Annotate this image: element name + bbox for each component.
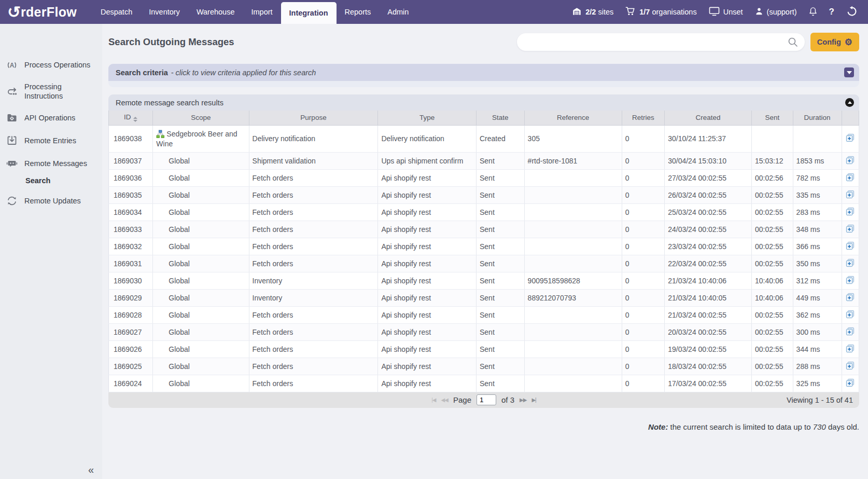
sidebar-item-remote-messages[interactable]: Remote Messages [0, 152, 102, 175]
cell-reference [524, 169, 622, 186]
cell-sent: 00:02:55 [752, 203, 793, 221]
column-header-state[interactable]: State [477, 111, 525, 125]
expand-row-button[interactable] [842, 255, 859, 272]
expand-row-button[interactable] [842, 186, 859, 203]
screen-label: Unset [723, 8, 743, 16]
cell-type: Api shopify rest [378, 203, 477, 221]
cell-retries: 0 [622, 152, 664, 169]
pagination-bar: |◀ ◀◀ Page of 3 ▶▶ ▶| Viewing 1 - 15 of … [108, 392, 859, 408]
cell-retries: 0 [622, 255, 664, 272]
column-header-retries[interactable]: Retries [622, 111, 664, 125]
sidebar-item-processing-instructions[interactable]: Processing Instructions [0, 77, 102, 106]
organisations-status[interactable]: 1/7 organisations [625, 6, 696, 18]
cell-duration: 1853 ms [793, 152, 842, 169]
nav-warehouse[interactable]: Warehouse [188, 0, 243, 24]
expand-row-button[interactable] [842, 203, 859, 221]
next-page-button[interactable]: ▶▶ [520, 397, 526, 403]
nav-despatch[interactable]: Despatch [92, 0, 141, 24]
sidebar-item-remote-entries[interactable]: Remote Entries [0, 129, 102, 152]
cell-reference [524, 358, 622, 375]
nav-import[interactable]: Import [243, 0, 281, 24]
column-header-duration[interactable]: Duration [793, 111, 842, 125]
cell-duration: 344 ms [793, 340, 842, 358]
help-button[interactable]: ? [829, 7, 834, 17]
nav-integration[interactable]: Integration [281, 2, 337, 24]
sites-status[interactable]: 2/2 sites [572, 7, 613, 18]
results-collapse-button[interactable] [845, 98, 854, 107]
cell-id: 1869028 [109, 306, 153, 323]
table-row: 1869031 Global Fetch orders Api shopify … [109, 255, 859, 272]
cell-created: 19/03/24 00:02:55 [665, 340, 752, 358]
expand-row-button[interactable] [842, 323, 859, 340]
column-header-id[interactable]: ID [109, 111, 153, 125]
expand-row-button[interactable] [842, 152, 859, 169]
cell-duration: 283 ms [793, 203, 842, 221]
nav-admin[interactable]: Admin [379, 0, 417, 24]
cell-type: Ups api shipment confirm [378, 152, 477, 169]
expand-row-button[interactable] [842, 238, 859, 255]
column-header-reference[interactable]: Reference [524, 111, 622, 125]
cell-purpose: Fetch orders [249, 255, 378, 272]
expand-row-button[interactable] [842, 125, 859, 152]
criteria-expand-button[interactable] [844, 67, 854, 77]
history-icon [846, 6, 858, 19]
cell-purpose: Fetch orders [249, 306, 378, 323]
search-criteria-bar[interactable]: Search criteria - click to view criteria… [108, 64, 859, 81]
user-status[interactable]: (support) [755, 7, 797, 17]
sidebar-item-remote-updates[interactable]: Remote Updates [0, 189, 102, 212]
expand-row-button[interactable] [842, 289, 859, 306]
search-criteria-panel: Search criteria - click to view criteria… [108, 64, 859, 87]
sidebar-item-label: API Operations [24, 114, 75, 123]
sidebar-collapse-button[interactable]: « [88, 464, 94, 476]
config-button[interactable]: Config ⚙ [810, 33, 859, 51]
expand-row-button[interactable] [842, 358, 859, 375]
cell-created: 18/03/24 00:02:55 [665, 358, 752, 375]
cell-reference [524, 340, 622, 358]
last-page-button[interactable]: ▶| [531, 397, 536, 403]
cell-created: 26/03/24 00:02:55 [665, 186, 752, 203]
expand-row-button[interactable] [842, 169, 859, 186]
note-text: the current search is limited to data up… [668, 422, 813, 431]
cell-sent: 15:03:12 [752, 152, 793, 169]
search-input[interactable] [517, 33, 805, 51]
previous-page-button[interactable]: ◀◀ [441, 397, 448, 403]
cell-sent: 00:02:55 [752, 375, 793, 392]
cell-purpose: Delivery notification [249, 125, 378, 152]
expand-row-button[interactable] [842, 340, 859, 358]
cell-duration: 348 ms [793, 221, 842, 238]
column-header-created[interactable]: Created [665, 111, 752, 125]
search-box [517, 33, 805, 51]
column-header-scope[interactable]: Scope [153, 111, 249, 125]
expand-row-button[interactable] [842, 272, 859, 289]
cell-reference [524, 221, 622, 238]
nav-reports[interactable]: Reports [337, 0, 380, 24]
app-logo[interactable]: ↺rderFlow [0, 0, 92, 24]
cell-state: Sent [477, 375, 525, 392]
notifications-button[interactable] [809, 7, 817, 18]
cell-duration: 300 ms [793, 323, 842, 340]
first-page-button[interactable]: |◀ [431, 397, 436, 403]
column-header-purpose[interactable]: Purpose [249, 111, 378, 125]
cell-type: Api shopify rest [378, 289, 477, 306]
cell-scope: Global [153, 221, 249, 238]
expand-row-button[interactable] [842, 306, 859, 323]
column-header-type[interactable]: Type [378, 111, 477, 125]
cell-id: 1869037 [109, 152, 153, 169]
history-button[interactable] [846, 6, 858, 19]
sidebar-item-api-operations[interactable]: API Operations [0, 106, 102, 129]
page-number-input[interactable] [477, 394, 496, 405]
search-icon[interactable] [788, 37, 798, 49]
inbox-download-icon [6, 135, 18, 146]
sites-count: 2/2 [585, 8, 596, 16]
expand-row-button[interactable] [842, 221, 859, 238]
sidebar-subitem-search[interactable]: Search [0, 175, 102, 189]
nav-inventory[interactable]: Inventory [141, 0, 188, 24]
cell-sent: 00:02:55 [752, 340, 793, 358]
cell-type: Api shopify rest [378, 358, 477, 375]
screen-status[interactable]: Unset [709, 7, 743, 18]
cell-reference [524, 375, 622, 392]
column-header-sent[interactable]: Sent [752, 111, 793, 125]
expand-row-button[interactable] [842, 375, 859, 392]
sidebar-item-process-operations[interactable]: A Process Operations [0, 54, 102, 77]
chat-bot-icon [6, 158, 18, 169]
